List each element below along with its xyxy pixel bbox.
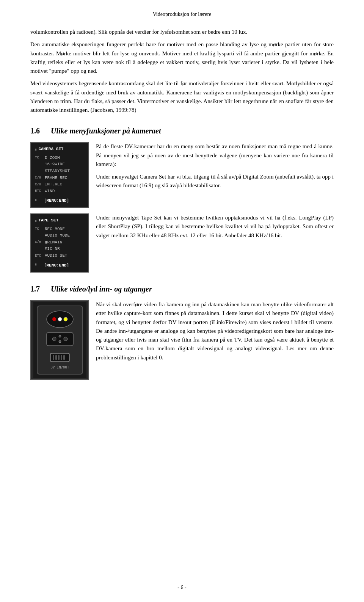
page-footer: - 6 -: [30, 582, 334, 591]
section-17-title: Ulike video/lyd inn- og utganger: [51, 283, 152, 295]
camera-set-title: CAMERA SET: [38, 146, 63, 153]
section-17-text: Når vi skal overføre video fra kamera og…: [96, 300, 334, 366]
svg-point-4: [58, 317, 62, 321]
section-16-text-intro: På de fleste DV-kameraer har du en meny …: [96, 142, 334, 169]
camera-menu-item-6: WIND: [44, 188, 55, 195]
svg-point-10: [59, 340, 61, 343]
tape-menu-footer: [MENU:END]: [44, 262, 69, 269]
camera-set-block: ▮ CAMERA SET TC D ZOOM 16:9WIDE STEADYSH…: [30, 142, 334, 208]
svg-point-3: [52, 317, 56, 321]
camera-menu-item-2: 16:9WIDE: [44, 161, 65, 168]
section-16-heading: 1.6 Ulike menyfunksjoner på kameraet: [30, 125, 334, 137]
tape-set-menu-image: ▮ TAPE SET TC REC MODE AUDIO MODE C/H ▮R…: [30, 213, 89, 273]
section-17-number: 1.7: [30, 283, 46, 295]
svg-rect-15: [61, 355, 62, 360]
camera-menu-footer: [MENU:END]: [44, 198, 69, 204]
section-17-block: DV IN/OUT Når vi skal overføre video fra…: [30, 300, 334, 380]
svg-point-8: [64, 337, 67, 341]
section-16-text-tape-set: Under menyvalget Tape Set kan vi bestemm…: [96, 213, 334, 240]
main-content: volumkontrollen på radioen). Slik oppnås…: [30, 28, 334, 380]
tape-menu-item-4: MIC NR: [44, 246, 60, 252]
camera-menu-item-1: D ZOOM: [44, 155, 60, 161]
page: Videoproduksjon for lærere volumkontroll…: [0, 0, 364, 602]
section-17-heading: 1.7 Ulike video/lyd inn- og utganger: [30, 283, 334, 295]
section-16-title: Ulike menyfunksjoner på kameraet: [51, 125, 161, 137]
tape-menu-item-2: AUDIO MODE: [44, 232, 70, 239]
tape-menu-item-5: AUDIO SET: [44, 252, 67, 259]
svg-rect-12: [53, 355, 54, 360]
footer-page-number: - 6 -: [177, 585, 186, 590]
camera-menu-item-3: STEADYSHOT: [44, 168, 70, 175]
svg-point-9: [59, 335, 61, 337]
section-16-text-camera-set: Under menyvalget Camera Set har vi bl.a.…: [96, 172, 334, 190]
page-header: Videoproduksjon for lærere: [30, 11, 334, 20]
intro-para-3: Med videosystemets begrensende kontrasto…: [30, 79, 334, 114]
section-16-col-text: På de fleste DV-kameraer har du en meny …: [96, 142, 334, 194]
svg-point-7: [52, 337, 56, 341]
svg-point-5: [64, 317, 67, 321]
camera-menu-item-5: INT.REC: [44, 181, 62, 188]
svg-rect-6: [47, 332, 73, 346]
section-16-tapeset-text: Under menyvalget Tape Set kan vi bestemm…: [96, 213, 334, 244]
svg-rect-14: [58, 355, 60, 360]
camera-set-menu-image: ▮ CAMERA SET TC D ZOOM 16:9WIDE STEADYSH…: [30, 142, 89, 208]
tape-menu-item-3: ▮REMAIN: [44, 239, 62, 246]
svg-rect-13: [55, 355, 57, 360]
intro-para-1: volumkontrollen på radioen). Slik oppnås…: [30, 28, 334, 36]
tape-set-title: TAPE SET: [38, 217, 58, 224]
tape-set-block: ▮ TAPE SET TC REC MODE AUDIO MODE C/H ▮R…: [30, 213, 334, 273]
intro-para-2: Den automatiske eksponeringen fungerer p…: [30, 40, 334, 75]
connector-image: DV IN/OUT: [30, 300, 89, 380]
section-17-paragraph: Når vi skal overføre video fra kamera og…: [96, 300, 334, 362]
header-title: Videoproduksjon for lærere: [153, 11, 212, 17]
svg-text:DV IN/OUT: DV IN/OUT: [50, 365, 69, 369]
connector-svg: DV IN/OUT: [33, 302, 86, 378]
svg-rect-16: [63, 355, 65, 360]
to-word: to: [54, 98, 59, 104]
camera-menu-item-4: FRAME REC: [44, 175, 67, 182]
section-16-number: 1.6: [30, 125, 46, 137]
tape-menu-item-1: REC MODE: [44, 226, 65, 233]
